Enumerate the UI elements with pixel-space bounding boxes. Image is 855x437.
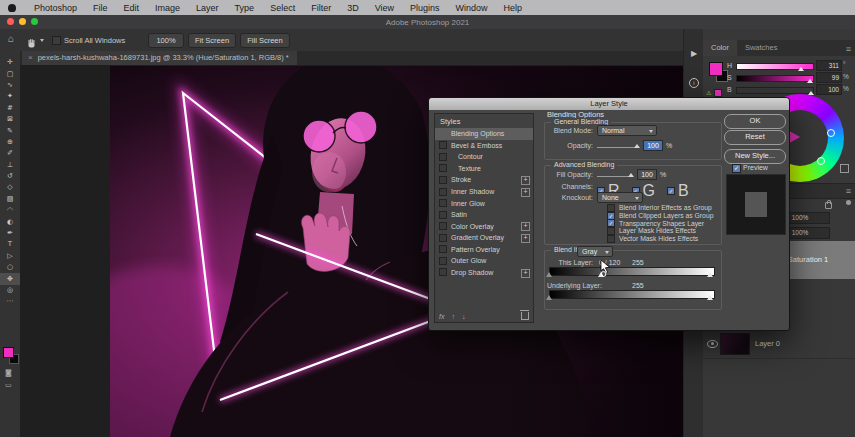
style-checkbox[interactable] (439, 153, 447, 161)
blend-option-row[interactable]: Blend Interior Effects as Group (607, 204, 719, 212)
new-style-button[interactable]: New Style... (724, 149, 786, 164)
style-checkbox[interactable] (439, 245, 447, 253)
this-layer-gradient-bar[interactable] (549, 267, 715, 276)
menu-item[interactable]: Image (147, 3, 188, 13)
underlying-highlight-handle-icon[interactable] (707, 295, 713, 300)
reset-button[interactable]: Reset (724, 130, 786, 145)
style-checkbox[interactable] (439, 222, 447, 230)
style-checkbox[interactable] (439, 268, 447, 276)
slider-handle-icon[interactable] (798, 67, 804, 71)
properties-panel-icon[interactable]: ▶ (688, 48, 700, 60)
document-tab[interactable]: ×pexels-harsh-kushwaha-1689731.jpg @ 33.… (22, 51, 297, 65)
style-row[interactable]: Bevel & Emboss (435, 140, 533, 152)
eyedropper-tool[interactable]: ✎ (0, 125, 20, 136)
style-row[interactable]: Color Overlay (435, 220, 533, 232)
blend-option-row[interactable]: Blend Clipped Layers as Group (607, 212, 719, 220)
slider-value[interactable]: 99 (816, 72, 842, 83)
type-tool[interactable]: T (0, 239, 20, 250)
tab-color[interactable]: Color (703, 40, 737, 56)
style-add-button[interactable] (521, 269, 530, 278)
style-checkbox[interactable] (439, 234, 447, 242)
menu-item[interactable]: Filter (303, 3, 339, 13)
frame-tool[interactable]: ⊠ (0, 114, 20, 125)
gamut-warning-icon[interactable]: ⚠ (706, 89, 711, 96)
dodge-tool[interactable]: ◐ (0, 216, 20, 227)
menu-item[interactable]: File (85, 3, 116, 13)
foreground-color-swatch[interactable] (3, 347, 14, 358)
wheel-marker-icon[interactable] (817, 157, 825, 165)
layer-row-base[interactable]: Layer 0 (703, 328, 855, 359)
color-slider[interactable] (736, 87, 814, 94)
channel-checkbox[interactable] (667, 187, 675, 195)
style-row[interactable]: Inner Shadow (435, 186, 533, 198)
style-row[interactable]: Contour (435, 151, 533, 163)
close-tab-icon[interactable]: × (28, 53, 33, 62)
style-checkbox[interactable] (439, 188, 447, 196)
style-row[interactable]: Stroke (435, 174, 533, 186)
history-brush-tool[interactable]: ↺ (0, 171, 20, 182)
menu-item[interactable]: Select (262, 3, 303, 13)
style-checkbox[interactable] (439, 199, 447, 207)
tool-preset-caret-icon[interactable] (40, 39, 44, 42)
layers-panel-menu-icon[interactable]: ≡ (846, 186, 851, 196)
panel-menu-icon[interactable]: ≡ (846, 44, 851, 54)
this-layer-shadow-handle-icon[interactable] (546, 272, 552, 277)
shape-tool[interactable]: ○ (0, 262, 20, 273)
fit-screen-button[interactable]: Fit Screen (188, 33, 236, 48)
menu-item[interactable]: Type (227, 3, 263, 13)
channel-option[interactable]: B (667, 182, 689, 200)
gradient-tool[interactable]: ▨ (0, 194, 20, 205)
zoom-100-button[interactable]: 100% (148, 33, 184, 48)
style-row[interactable]: Satin (435, 209, 533, 221)
preview-checkbox[interactable] (732, 164, 741, 173)
blend-option-row[interactable]: Vector Mask Hides Effects (607, 235, 719, 243)
underlying-shadow-handle-icon[interactable] (546, 295, 552, 300)
home-icon[interactable]: ⌂ (8, 33, 14, 44)
foreground-color-swatch[interactable] (709, 62, 723, 76)
style-row[interactable]: Texture (435, 163, 533, 175)
menu-item[interactable]: Plugins (402, 3, 448, 13)
menu-item[interactable]: View (367, 3, 402, 13)
menu-item[interactable]: Photoshop (26, 3, 85, 13)
slider-value[interactable]: 100 (816, 84, 842, 95)
style-row[interactable]: Pattern Overlay (435, 243, 533, 255)
fill-opacity-slider[interactable] (597, 176, 631, 177)
zoom-tool[interactable]: ◎ (0, 285, 20, 296)
wheel-marker-icon[interactable] (827, 129, 835, 137)
this-layer-highlight-handle-icon[interactable] (707, 272, 713, 277)
style-checkbox[interactable] (439, 141, 447, 149)
blend-mode-dropdown[interactable]: Normal (597, 125, 657, 136)
menu-item[interactable]: Layer (188, 3, 227, 13)
layer-visibility-eye-icon[interactable] (707, 340, 718, 348)
quick-mask-icon[interactable]: ◙ (5, 369, 12, 377)
blend-option-row[interactable]: Transparency Shapes Layer (607, 219, 719, 227)
fill-screen-button[interactable]: Fill Screen (240, 33, 290, 48)
style-checkbox[interactable] (439, 257, 447, 265)
color-slider[interactable] (736, 75, 814, 82)
wheel-options-icon[interactable] (840, 164, 849, 173)
lock-icon[interactable] (825, 202, 832, 209)
style-checkbox[interactable] (439, 164, 447, 172)
opacity-value-field[interactable]: 100 (643, 140, 663, 151)
info-panel-icon[interactable]: i (689, 78, 699, 88)
blend-option-row[interactable]: Layer Mask Hides Effects (607, 227, 719, 235)
dialog-title[interactable]: Layer Style (429, 98, 789, 110)
toolbar-ellipsis[interactable]: ⋯ (0, 296, 20, 307)
style-checkbox[interactable] (439, 176, 447, 184)
menu-item[interactable]: Edit (116, 3, 148, 13)
slider-value[interactable]: 311 (816, 60, 842, 71)
marquee-tool[interactable]: ▢ (0, 68, 20, 79)
tab-swatches[interactable]: Swatches (737, 40, 786, 56)
brush-tool[interactable]: ✐ (0, 148, 20, 159)
blur-tool[interactable]: ◠ (0, 205, 20, 216)
hand-tool[interactable]: ✥ (0, 273, 20, 284)
healing-brush-tool[interactable]: ⊕ (0, 137, 20, 148)
style-row[interactable]: Drop Shadow (435, 267, 533, 279)
style-add-button[interactable] (521, 222, 530, 231)
layer-thumbnail[interactable] (720, 333, 750, 355)
delete-style-icon[interactable] (521, 312, 529, 320)
menu-item[interactable]: Window (448, 3, 496, 13)
style-row[interactable]: Blending Options (435, 128, 533, 140)
style-checkbox[interactable] (439, 211, 447, 219)
scroll-all-windows-checkbox[interactable] (52, 36, 61, 45)
